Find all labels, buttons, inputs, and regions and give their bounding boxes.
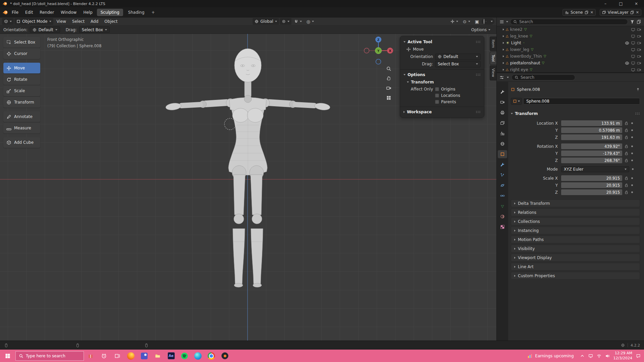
mode-dropdown[interactable]: Object Mode xyxy=(14,18,53,25)
scene-selector[interactable]: Scene × xyxy=(562,9,596,16)
transform-orientation-dropdown[interactable]: Global xyxy=(253,18,279,25)
animate-dot[interactable] xyxy=(631,122,633,124)
panel-drag-dropdown[interactable]: Select Box xyxy=(435,61,481,67)
panel-viewport-display[interactable]: Viewport Display xyxy=(511,254,640,261)
pan-button[interactable] xyxy=(384,76,393,81)
outliner-item-name[interactable]: lower_leg xyxy=(510,47,529,52)
menu-viewport-view[interactable]: View xyxy=(54,18,69,25)
panel-grip[interactable] xyxy=(476,111,481,113)
menu-viewport-select[interactable]: Select xyxy=(69,18,87,25)
gizmo-minus-x-axis[interactable] xyxy=(364,48,369,53)
tab-texture[interactable] xyxy=(498,223,507,231)
outliner-item-name[interactable]: leg_knee xyxy=(510,34,528,39)
properties-editor-dropdown[interactable] xyxy=(507,77,509,78)
pin-icon[interactable] xyxy=(636,87,640,92)
news-widget[interactable]: Earnings upcoming xyxy=(523,350,578,362)
drag-dropdown[interactable]: Select Box xyxy=(79,26,110,33)
object-browse-dropdown[interactable] xyxy=(511,98,522,105)
tab-particles[interactable] xyxy=(498,171,507,179)
object-name-field[interactable]: Sphere.008 xyxy=(523,98,640,105)
unlink-scene-icon[interactable]: × xyxy=(590,10,593,14)
volume-icon[interactable] xyxy=(605,354,610,358)
filter-icon[interactable] xyxy=(630,19,635,24)
animate-dot[interactable] xyxy=(631,129,633,131)
disable-viewport-icon[interactable] xyxy=(631,54,635,59)
animate-dot[interactable] xyxy=(631,184,633,186)
panel-grip[interactable] xyxy=(476,41,481,43)
pivot-point-dropdown[interactable] xyxy=(280,18,291,25)
shading-dropdown[interactable] xyxy=(491,21,493,22)
outliner-row[interactable]: △ knee2 ▽ xyxy=(497,26,644,33)
tool-annotate[interactable]: Annotate xyxy=(3,111,40,122)
panel-grip[interactable] xyxy=(635,112,640,115)
rotation-y-field[interactable]: -179.43° xyxy=(561,150,622,156)
scale-y-field[interactable]: 20.915 xyxy=(561,182,622,188)
rotation-z-field[interactable]: 268.76° xyxy=(561,158,622,163)
menu-help[interactable]: Help xyxy=(80,9,95,16)
animate-dot[interactable] xyxy=(631,145,633,147)
tool-measure[interactable]: Measure xyxy=(3,123,40,133)
editor-type-button[interactable] xyxy=(2,18,14,25)
lock-icon[interactable] xyxy=(624,135,629,139)
tab-object-data[interactable]: ▽ xyxy=(498,202,507,210)
menu-viewport-object[interactable]: Object xyxy=(102,18,120,25)
lock-icon[interactable] xyxy=(624,183,629,187)
disable-render-icon[interactable] xyxy=(637,54,641,59)
sidebar-tab-tool[interactable]: Tool xyxy=(490,52,496,65)
workspace-tab-shading[interactable]: Shading xyxy=(124,9,148,16)
gizmo-minus-z-axis[interactable] xyxy=(376,59,381,64)
ortho-toggle-button[interactable] xyxy=(384,95,393,101)
remove-viewlayer-icon[interactable]: × xyxy=(636,10,639,14)
tab-object[interactable] xyxy=(498,150,507,158)
shading-material-button[interactable] xyxy=(487,21,488,22)
tool-orientation-dropdown[interactable]: Default xyxy=(30,26,60,33)
new-collection-icon[interactable] xyxy=(637,19,641,24)
disable-render-icon[interactable] xyxy=(637,41,641,45)
hidden-icons-chevron[interactable] xyxy=(580,354,585,358)
workspace-tab-sculpting[interactable]: Sculpting xyxy=(97,9,123,16)
minimize-button[interactable]: – xyxy=(598,0,613,7)
expand-icon[interactable] xyxy=(503,69,504,71)
wifi-icon[interactable] xyxy=(597,354,601,358)
workspace-section-header[interactable]: Workspace xyxy=(400,108,484,116)
tablet-icon[interactable] xyxy=(588,354,593,358)
panel-grip[interactable] xyxy=(476,73,481,76)
rotation-mode-dropdown[interactable]: XYZ Euler xyxy=(561,166,629,172)
menu-edit[interactable]: Edit xyxy=(22,9,36,16)
disable-render-icon[interactable] xyxy=(637,48,641,52)
zoom-button[interactable] xyxy=(384,66,393,71)
close-button[interactable]: × xyxy=(629,0,644,7)
outliner-row[interactable]: △ piedtalonshaut ▽ xyxy=(497,60,644,66)
lock-icon[interactable] xyxy=(624,128,629,132)
location-x-field[interactable]: 133.91 m xyxy=(561,120,622,126)
shading-rendered-button[interactable] xyxy=(489,21,490,22)
menu-file[interactable]: File xyxy=(9,9,21,16)
gift-app-icon[interactable] xyxy=(84,350,97,362)
tab-world[interactable] xyxy=(498,140,507,148)
new-scene-icon[interactable] xyxy=(585,10,589,14)
disable-render-icon[interactable] xyxy=(637,34,641,39)
hide-eye-icon[interactable] xyxy=(625,41,629,45)
after-effects-icon[interactable]: Ae xyxy=(164,350,178,362)
menu-window[interactable]: Window xyxy=(58,9,79,16)
hide-eye-icon[interactable] xyxy=(625,61,629,65)
disable-viewport-icon[interactable] xyxy=(631,27,635,32)
viewport-3d[interactable]: Z X Y Front Orthographic (79) Collection… xyxy=(0,34,496,341)
show-overlays-dropdown[interactable]: ⊙ xyxy=(461,18,472,25)
tab-physics[interactable] xyxy=(498,181,507,189)
clock-app-icon[interactable] xyxy=(97,350,111,362)
show-gizmo-dropdown[interactable] xyxy=(448,18,460,25)
expand-icon[interactable] xyxy=(503,49,504,51)
animate-dot[interactable] xyxy=(631,160,633,161)
tool-cursor[interactable]: Cursor xyxy=(3,48,40,59)
menu-render[interactable]: Render xyxy=(37,9,57,16)
tool-select-box[interactable]: Select Box xyxy=(3,37,40,48)
shading-wireframe-button[interactable] xyxy=(483,19,485,24)
outliner-editor-icon[interactable] xyxy=(499,19,504,24)
disable-viewport-icon[interactable] xyxy=(631,41,635,45)
shading-solid-button[interactable] xyxy=(486,21,486,22)
outliner-item-name[interactable]: right eye xyxy=(510,67,528,72)
maximize-button[interactable]: □ xyxy=(613,0,629,7)
lock-icon[interactable] xyxy=(624,158,629,163)
animate-dot[interactable] xyxy=(631,153,633,154)
